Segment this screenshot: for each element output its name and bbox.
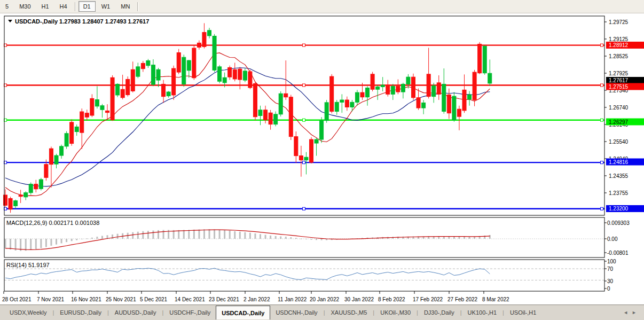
macd-bar (81, 239, 83, 239)
macd-bar (229, 231, 231, 239)
candle-body (437, 83, 441, 94)
timeframe-button-m30[interactable]: M30 (14, 1, 35, 12)
tabs-scroll-left-icon[interactable]: ◄ (623, 310, 628, 315)
price-badge-text: 1.28912 (609, 42, 629, 48)
tab-audusd-daily[interactable]: AUDUSD-,Daily (109, 305, 162, 319)
price-badge-text: 1.27515 (609, 84, 629, 90)
macd-bar (311, 239, 312, 240)
tabs-scroll-right-icon[interactable]: ► (632, 310, 637, 315)
macd-bar (254, 233, 256, 239)
candle-body (355, 92, 359, 102)
timeframe-toolbar: 5M30H1H4D1W1MN (0, 0, 644, 13)
trading-platform-window: 5M30H1H4D1W1MN 1.297251.291251.285251.27… (0, 0, 644, 320)
candle-body (412, 77, 415, 98)
date-axis-label: 30 Jan 2022 (344, 296, 374, 302)
price-axis-label: 1.26740 (609, 105, 629, 111)
tab-usoil-h1[interactable]: USOil-,H1 (505, 305, 542, 319)
date-axis-label: 17 Feb 2022 (413, 296, 443, 302)
tab-dj30-daily[interactable]: DJ30-,Daily (419, 305, 460, 319)
candle-body (320, 121, 324, 139)
macd-bar (5, 239, 6, 248)
macd-bar (203, 229, 205, 239)
date-axis-label: 23 Dec 2021 (209, 296, 239, 302)
candle-body (151, 65, 155, 84)
candle-body (44, 165, 48, 178)
timeframe-button-h4[interactable]: H4 (55, 1, 72, 12)
candle-body (80, 112, 84, 132)
rsi-axis-label: 70 (607, 266, 614, 272)
date-axis-label: 7 Nov 2021 (37, 296, 65, 302)
rsi-axis-label: 0 (607, 286, 610, 292)
hline-anchor[interactable] (303, 207, 305, 210)
chart-title: USDCAD-,Daily 1.27983 1.28407 1.27493 1.… (15, 18, 149, 25)
tab-ukoil-m30[interactable]: UKOil-,M30 (375, 305, 416, 319)
timeframe-button-d1[interactable]: D1 (78, 1, 96, 12)
macd-bar (132, 232, 133, 239)
macd-bar (244, 232, 246, 239)
candle-body (121, 89, 124, 98)
candle-body (172, 68, 176, 95)
candle-body (284, 93, 288, 97)
price-badge-text: 1.23200 (609, 206, 629, 212)
candle-body (14, 201, 18, 206)
tab-usdcad-daily[interactable]: USDCAD-,Daily (216, 306, 270, 319)
tab-usdx-weekly[interactable]: USDX,Weekly (4, 305, 52, 319)
macd-bar (285, 237, 287, 239)
candle-body (462, 90, 466, 111)
hline-anchor[interactable] (601, 119, 603, 121)
price-axis-label: 1.29725 (609, 19, 629, 25)
macd-axis-label: -0.00801 (607, 250, 629, 256)
hline-anchor[interactable] (601, 84, 603, 87)
chart-area[interactable]: 1.297251.291251.285251.279251.273401.267… (0, 13, 644, 305)
macd-bar (30, 239, 32, 250)
timeframe-button-mn[interactable]: MN (116, 1, 135, 12)
tab-eurusd-daily[interactable]: EURUSD-,Daily (54, 305, 107, 319)
candle-body (427, 74, 430, 97)
hline-anchor[interactable] (303, 161, 305, 164)
macd-bar (183, 230, 185, 239)
macd-bar (76, 239, 77, 240)
hline-anchor[interactable] (303, 84, 305, 87)
date-axis-label: 16 Nov 2021 (71, 296, 101, 302)
hline-anchor[interactable] (601, 161, 603, 164)
macd-bar (224, 230, 225, 239)
macd-bar (458, 237, 460, 239)
macd-bar (489, 235, 491, 239)
macd-bar (158, 230, 159, 239)
candle-body (243, 71, 247, 80)
candle-body (126, 79, 130, 95)
hline-anchor[interactable] (601, 207, 603, 210)
tab-usdchf-daily[interactable]: USDCHF-,Daily (164, 305, 216, 319)
timeframe-button-5[interactable]: 5 (1, 1, 13, 12)
candle-body (386, 85, 390, 94)
hline-anchor[interactable] (303, 44, 305, 46)
timeframe-button-w1[interactable]: W1 (97, 1, 115, 12)
candle-body (9, 198, 12, 209)
macd-bar (173, 230, 175, 239)
rsi-axis-label: 30 (607, 278, 614, 284)
tab-usdcnh-daily[interactable]: USDCNH-,Daily (270, 305, 323, 319)
tab-uk100-h1[interactable]: UK100-,H1 (462, 305, 502, 319)
macd-bar (50, 239, 52, 246)
candle-body (310, 139, 313, 162)
candle-body (218, 67, 222, 81)
candle-body (248, 72, 252, 88)
macd-bar (137, 232, 139, 239)
macd-bar (249, 233, 251, 239)
candle-body (162, 84, 166, 97)
macd-bar (193, 230, 195, 239)
candle-body (213, 36, 216, 71)
macd-bar (219, 230, 221, 239)
hline-anchor[interactable] (303, 119, 305, 121)
candle-body (182, 57, 186, 84)
tab-xauusd-m5[interactable]: XAUUSD-,M5 (325, 305, 372, 319)
macd-axis-label: 0.009303 (607, 220, 630, 226)
date-axis-label: 28 Oct 2021 (2, 296, 32, 302)
hline-anchor[interactable] (601, 44, 603, 46)
candle-body (54, 155, 58, 164)
candle-body (294, 137, 298, 156)
rsi-panel[interactable] (4, 260, 604, 291)
candle-body (442, 84, 446, 112)
timeframe-button-h1[interactable]: H1 (37, 1, 54, 12)
macd-bar (270, 236, 271, 239)
